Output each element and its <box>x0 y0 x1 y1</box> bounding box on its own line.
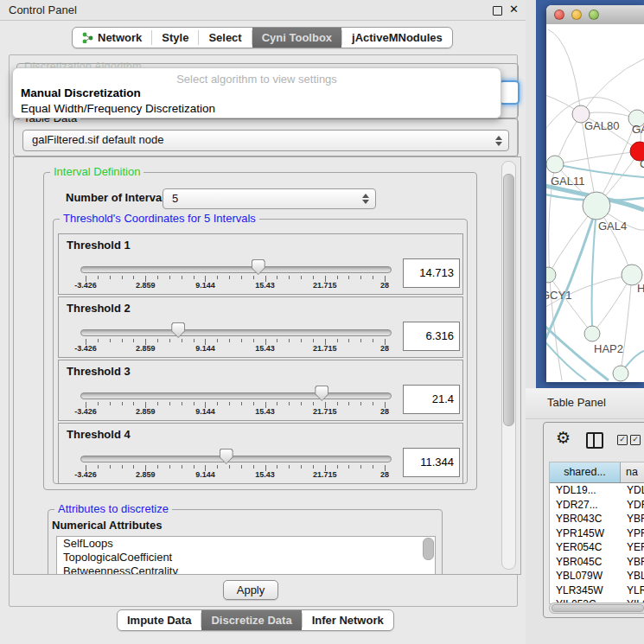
slider-tick-label: 28 <box>380 344 389 353</box>
settings-scrollbar[interactable] <box>501 161 516 570</box>
table-row[interactable]: YER054CYER0 <box>550 540 644 555</box>
table-cell: YDL1 <box>621 483 644 498</box>
slider-tick-label: 21.715 <box>313 281 337 290</box>
tab-jactivemnodules[interactable]: jActiveMNodules <box>342 28 452 48</box>
threshold-value-field[interactable]: 21.4 <box>403 385 460 414</box>
threshold-value-field[interactable]: 6.316 <box>403 322 460 351</box>
split-columns-icon[interactable] <box>586 432 603 449</box>
network-node-gcy1[interactable] <box>546 267 556 283</box>
numerical-attributes-list[interactable]: SelfLoopsTopologicalCoefficientBetweenne… <box>56 536 436 575</box>
slider-tick <box>360 402 361 405</box>
settings-scrollbar-thumb[interactable] <box>503 174 514 426</box>
column-header-shared-[interactable]: shared... <box>550 462 621 482</box>
float-window-icon[interactable] <box>493 6 502 16</box>
slider-tick <box>169 465 170 469</box>
slider-tick <box>360 465 361 469</box>
tab-network[interactable]: Network <box>73 28 151 48</box>
select-none-checkbox-icon[interactable]: ✓ <box>630 435 641 445</box>
slider-tick <box>110 276 111 279</box>
slider-tick <box>277 276 277 279</box>
threshold-label: Threshold 1 <box>67 239 131 252</box>
table-row[interactable]: YBR043CYBR0 <box>550 512 644 526</box>
table-row[interactable]: YDL19...YDL1 <box>550 483 644 498</box>
close-traffic-light-icon[interactable] <box>554 10 564 20</box>
slider-tick <box>182 465 182 469</box>
close-icon[interactable]: ✕ <box>509 3 519 16</box>
slider-tick <box>373 402 373 405</box>
table-row[interactable]: YDR27...YDR2 <box>550 498 644 513</box>
tab-label: Impute Data <box>127 614 191 627</box>
number-of-intervals-combobox[interactable]: 5 <box>163 188 376 209</box>
settings-scroll-panel: Interval Definition Number of Intervals … <box>13 156 521 575</box>
table-row[interactable]: YPR145WYPR1 <box>550 526 644 541</box>
tab-infer-network[interactable]: Infer Network <box>303 610 393 630</box>
tab-select[interactable]: Select <box>199 28 251 48</box>
slider-tick <box>182 402 182 405</box>
table-data-combobox[interactable]: galFiltered.sif default node <box>22 130 509 151</box>
interval-definition-label: Interval Definition <box>50 165 143 178</box>
table-cell: YDR2 <box>621 498 644 513</box>
apply-button[interactable]: Apply <box>223 580 278 600</box>
numerical-attributes-label: Numerical Attributes <box>52 519 162 532</box>
table-row[interactable]: YBL079WYBL0 <box>550 569 644 583</box>
bottom-tab-bar: Impute DataDiscretize DataInfer Network <box>117 609 394 631</box>
zoom-traffic-light-icon[interactable] <box>589 10 599 20</box>
network-graph[interactable]: GAL80GACGAL11GAL4GCY1HHAP2 <box>546 24 644 382</box>
network-canvas[interactable]: GAL80GACGAL11GAL4GCY1HHAP2 <box>546 24 644 382</box>
column-header-na[interactable]: na <box>621 462 644 482</box>
network-node-hap2[interactable] <box>584 326 600 341</box>
list-scrollbar[interactable] <box>423 538 434 560</box>
slider-tick <box>194 402 194 405</box>
threshold-value-field[interactable]: 14.713 <box>403 258 460 288</box>
slider-tick <box>348 402 349 405</box>
network-edge <box>548 29 581 114</box>
network-node-gal11[interactable] <box>546 156 564 173</box>
table-cell: YBR0 <box>621 555 644 570</box>
table-cell: YPR145W <box>550 526 621 541</box>
table-row[interactable]: YLR345WYLR3 <box>550 583 644 598</box>
tab-style[interactable]: Style <box>152 28 198 48</box>
tab-cyni-toolbox[interactable]: Cyni Toolbox <box>252 28 341 48</box>
attribute-list-item[interactable]: SelfLoops <box>57 537 435 551</box>
slider-track[interactable] <box>80 266 392 273</box>
node-attribute-table[interactable]: shared...naYDL19...YDL1YDR27...YDR2YBR04… <box>549 462 644 604</box>
threshold-value-field[interactable]: 11.344 <box>403 448 460 477</box>
slider-tick <box>229 402 230 405</box>
slider-tick <box>373 339 373 342</box>
network-icon <box>82 32 93 43</box>
select-all-checkbox-icon[interactable]: ✓ <box>617 435 628 445</box>
slider-tick-label: -3.426 <box>74 281 97 290</box>
tab-label: Infer Network <box>312 614 384 627</box>
slider-tick-label: 15.43 <box>255 344 275 353</box>
attribute-list-item[interactable]: TopologicalCoefficient <box>57 551 435 564</box>
table-scrollbar-thumb[interactable] <box>552 604 644 612</box>
table-cell: YDL19... <box>550 483 621 498</box>
slider-tick <box>194 339 194 342</box>
network-node-label: GAL4 <box>598 220 627 233</box>
slider-track[interactable] <box>80 329 392 336</box>
slider-track[interactable] <box>80 456 392 462</box>
minimize-traffic-light-icon[interactable] <box>571 10 582 20</box>
algorithm-dropdown-popup: Select algorithm to view settings Manual… <box>12 67 501 118</box>
slider-track[interactable] <box>80 392 392 399</box>
algorithm-option-manual-discretization[interactable]: Manual Discretization <box>21 86 141 99</box>
tab-impute-data[interactable]: Impute Data <box>118 610 201 630</box>
slider-tick <box>313 276 314 279</box>
algorithm-option-equal-width-frequency-discretization[interactable]: Equal Width/Frequency Discretization <box>21 102 215 115</box>
network-view-window: GAL80GACGAL11GAL4GCY1HHAP2 <box>546 5 644 382</box>
slider-tick <box>217 276 218 279</box>
network-node-gal4[interactable] <box>583 192 610 220</box>
interval-definition-group: Interval Definition Number of Intervals … <box>43 172 477 490</box>
slider-tick <box>98 465 99 469</box>
tab-discretize-data[interactable]: Discretize Data <box>201 610 301 630</box>
network-node-label: GA <box>632 123 644 136</box>
combo-spinner-icon <box>362 194 369 204</box>
algorithm-combo-focus-button[interactable] <box>499 80 520 105</box>
attribute-list-item[interactable]: BetweennessCentrality <box>57 564 435 575</box>
table-row[interactable]: YBR045CYBR0 <box>550 555 644 570</box>
cyni-toolbox-panel: Discretization Algorithm Table Data galF… <box>9 54 518 607</box>
network-node[interactable] <box>613 366 628 381</box>
table-horizontal-scrollbar[interactable] <box>549 603 644 614</box>
slider-tick <box>373 465 373 469</box>
gear-icon[interactable]: ⚙ <box>556 428 571 448</box>
